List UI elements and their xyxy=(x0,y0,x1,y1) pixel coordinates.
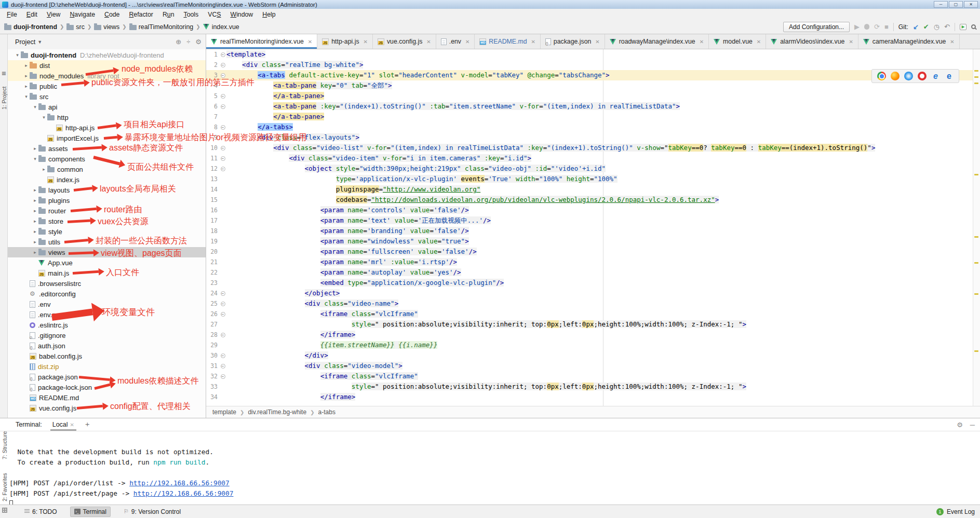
code-line[interactable]: 34 </iframe> xyxy=(206,392,980,402)
menu-file[interactable]: File xyxy=(2,10,22,19)
tree-row[interactable]: ▸views xyxy=(8,247,206,257)
menu-refactor[interactable]: Refactor xyxy=(124,10,157,19)
code-line[interactable]: 5− </a-tab-pane> xyxy=(206,91,980,101)
tree-row[interactable]: index.js xyxy=(8,174,206,185)
code-line[interactable]: 9 <div class="flex-layouts"> xyxy=(206,132,980,143)
error-stripe-mark[interactable] xyxy=(974,83,978,84)
collapse-all-icon[interactable]: ÷ xyxy=(186,38,190,45)
history-icon[interactable]: ◷ xyxy=(934,23,939,30)
tree-row[interactable]: ▾http xyxy=(8,112,206,122)
menu-edit[interactable]: Edit xyxy=(22,10,42,19)
code-line[interactable]: 29 {{item.streetName}} {{i.name}} xyxy=(206,340,980,350)
error-stripe-mark[interactable] xyxy=(974,70,978,72)
editor-tab[interactable]: alarmVideos\index.vue✕ xyxy=(766,34,858,49)
chevron-collapsed-icon[interactable]: ▸ xyxy=(32,250,38,255)
fold-marker-icon[interactable]: − xyxy=(221,94,225,99)
gear-icon[interactable]: ⚙ xyxy=(195,38,202,45)
fold-marker-icon[interactable]: − xyxy=(221,52,225,57)
tree-row[interactable]: package-lock.json xyxy=(8,382,206,392)
tree-row[interactable]: babel.config.js xyxy=(8,351,206,361)
close-icon[interactable]: ✕ xyxy=(364,39,368,45)
tree-row[interactable]: App.vue xyxy=(8,257,206,268)
fold-marker-icon[interactable]: − xyxy=(221,364,225,369)
terminal-settings-icon[interactable]: ⚙ xyxy=(957,421,963,428)
error-stripe-mark[interactable] xyxy=(974,236,978,238)
code-line[interactable]: 19 <param name="windowless" value="true"… xyxy=(206,236,980,247)
fold-marker-icon[interactable]: − xyxy=(221,146,225,151)
code-line[interactable]: 23 <embed type="application/x-google-vlc… xyxy=(206,278,980,288)
code-line[interactable]: 14 pluginspage="http://www.videolan.org" xyxy=(206,184,980,195)
editor-tab[interactable]: model.vue✕ xyxy=(709,34,766,49)
menu-window[interactable]: Window xyxy=(226,10,258,19)
tree-row[interactable]: ▸store xyxy=(8,216,206,226)
debug-icon[interactable] xyxy=(864,24,869,30)
menu-help[interactable]: Help xyxy=(258,10,280,19)
breadcrumb-item[interactable]: src xyxy=(66,23,85,31)
terminal-tab-local[interactable]: Local✕ xyxy=(50,419,76,430)
code-line[interactable]: 16 <param name='controls' value='false'/… xyxy=(206,205,980,215)
tool-stripe-favorites[interactable]: 2: Favorites xyxy=(2,473,8,501)
tree-row[interactable]: ▸assets xyxy=(8,143,206,154)
code-line[interactable]: 13 type='application/x-vlc-plugin' event… xyxy=(206,174,980,184)
tree-row[interactable]: ▸plugins xyxy=(8,195,206,206)
run-anything-icon[interactable]: ▶ xyxy=(960,24,966,30)
fold-marker-icon[interactable]: − xyxy=(221,167,225,171)
tree-row[interactable]: vue.config.js xyxy=(8,403,206,413)
breadcrumb-item[interactable]: duoji-frontend xyxy=(4,23,57,31)
menu-view[interactable]: View xyxy=(42,10,65,19)
tree-row[interactable]: ▸router xyxy=(8,206,206,216)
chevron-collapsed-icon[interactable]: ▸ xyxy=(32,219,38,224)
chevron-expanded-icon[interactable]: ▾ xyxy=(41,115,47,120)
statusbar-terminal[interactable]: ›_Terminal xyxy=(70,507,111,517)
terminal-link[interactable]: http://192.168.66.56:9007 xyxy=(129,479,230,487)
minimize-button[interactable]: ─ xyxy=(934,1,948,8)
tree-row[interactable]: auth.json xyxy=(8,340,206,351)
chevron-collapsed-icon[interactable]: ▸ xyxy=(32,229,38,234)
tree-row[interactable]: ▾duoji-frontendD:\zheheWeb\duoji-fronten… xyxy=(8,50,206,60)
code-line[interactable]: 20 <param name='fullscreen' value='false… xyxy=(206,247,980,257)
fold-marker-icon[interactable]: − xyxy=(221,333,225,337)
fold-marker-icon[interactable]: − xyxy=(221,353,225,358)
chevron-collapsed-icon[interactable]: ▸ xyxy=(32,187,38,193)
code-line[interactable]: 11− <div class="video-item" v-for="i in … xyxy=(206,153,980,163)
tool-window-switcher-icon[interactable] xyxy=(2,508,7,513)
tree-row[interactable]: ▸utils xyxy=(8,237,206,247)
search-everywhere-icon[interactable] xyxy=(971,24,976,29)
code-line[interactable]: 26− <iframe class="vlcIframe" xyxy=(206,309,980,319)
code-line[interactable]: 8− </a-tabs> xyxy=(206,122,980,132)
menu-navigate[interactable]: Navigate xyxy=(65,10,100,19)
fold-marker-icon[interactable]: − xyxy=(221,104,225,109)
close-icon[interactable]: ✕ xyxy=(950,39,954,45)
chevron-expanded-icon[interactable]: ▾ xyxy=(32,104,38,110)
menu-code[interactable]: Code xyxy=(100,10,124,19)
code-line[interactable]: 18 <param name='branding' value='false'/… xyxy=(206,226,980,236)
tree-row[interactable]: dist.zip xyxy=(8,361,206,372)
chevron-expanded-icon[interactable]: ▾ xyxy=(14,52,21,58)
breadcrumb-item[interactable]: realTimeMonitoring xyxy=(129,23,194,31)
error-stripe-mark[interactable] xyxy=(974,76,978,78)
add-configuration-button[interactable]: Add Configuration... xyxy=(783,22,850,32)
editor-tab[interactable]: cameraManage\index.vue✕ xyxy=(858,34,960,49)
code-line[interactable]: 32− <iframe class="vlcIframe" xyxy=(206,371,980,381)
tool-stripe-project[interactable]: 1: Project xyxy=(1,87,7,110)
maximize-button[interactable]: ▢ xyxy=(949,1,963,8)
rollback-icon[interactable]: ↶ xyxy=(944,23,950,30)
tree-row[interactable]: .eslintrc.js xyxy=(8,320,206,330)
close-icon[interactable]: ✕ xyxy=(595,39,599,45)
chevron-collapsed-icon[interactable]: ▸ xyxy=(32,208,38,213)
tree-row[interactable]: ▸style xyxy=(8,226,206,237)
chevron-collapsed-icon[interactable]: ▸ xyxy=(32,146,38,151)
chevron-expanded-icon[interactable]: ▾ xyxy=(23,94,30,99)
tree-row[interactable]: ▸node_moduleslibrary root xyxy=(8,71,206,81)
fold-marker-icon[interactable]: − xyxy=(221,156,225,161)
editor-breadcrumb-item[interactable]: a-tabs xyxy=(318,408,335,416)
menu-vcs[interactable]: VCS xyxy=(203,10,225,19)
tree-row[interactable]: ▾api xyxy=(8,102,206,112)
error-stripe-mark[interactable] xyxy=(974,262,978,264)
tree-row[interactable]: ▸layouts xyxy=(8,185,206,195)
statusbar----version-control[interactable]: ⚐9: Version Control xyxy=(120,507,184,517)
close-icon[interactable]: ✕ xyxy=(849,39,853,45)
git-update-icon[interactable]: ↙ xyxy=(913,23,919,30)
fold-marker-icon[interactable]: − xyxy=(221,63,225,67)
safari-icon[interactable] xyxy=(904,72,913,80)
